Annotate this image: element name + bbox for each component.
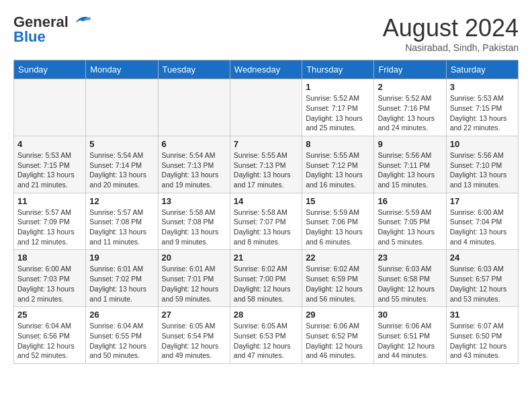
day-cell-10: 10Sunrise: 5:56 AMSunset: 7:10 PMDayligh… [446,136,518,193]
logo-blue: Blue [13,28,46,46]
day-cell-3: 3Sunrise: 5:53 AMSunset: 7:15 PMDaylight… [446,79,518,136]
day-cell-6: 6Sunrise: 5:54 AMSunset: 7:13 PMDaylight… [158,136,230,193]
day-info: Sunrise: 5:57 AMSunset: 7:09 PMDaylight:… [17,208,82,247]
day-info: Sunrise: 6:06 AMSunset: 6:51 PMDaylight:… [378,321,442,361]
title-area: August 2024 Nasirabad, Sindh, Pakistan [383,13,519,53]
weekday-header-saturday: Saturday [446,60,518,79]
day-number: 4 [17,139,82,149]
day-cell-17: 17Sunrise: 6:00 AMSunset: 7:04 PMDayligh… [446,193,518,250]
logo-bird-icon [70,13,91,28]
day-info: Sunrise: 5:55 AMSunset: 7:13 PMDaylight:… [234,150,298,190]
day-cell-19: 19Sunrise: 6:01 AMSunset: 7:02 PMDayligh… [86,250,158,307]
day-info: Sunrise: 5:58 AMSunset: 7:07 PMDaylight:… [234,208,298,247]
logo: General Blue [13,13,91,46]
day-info: Sunrise: 6:03 AMSunset: 6:57 PMDaylight:… [450,264,515,304]
day-number: 24 [450,253,515,263]
day-number: 17 [450,196,515,206]
day-info: Sunrise: 6:01 AMSunset: 7:02 PMDaylight:… [89,264,154,304]
weekday-header-friday: Friday [374,60,446,79]
day-cell-18: 18Sunrise: 6:00 AMSunset: 7:03 PMDayligh… [14,250,86,307]
day-number: 30 [378,310,442,320]
day-cell-24: 24Sunrise: 6:03 AMSunset: 6:57 PMDayligh… [446,250,518,307]
day-info: Sunrise: 6:05 AMSunset: 6:54 PMDaylight:… [162,321,226,361]
day-info: Sunrise: 6:04 AMSunset: 6:56 PMDaylight:… [17,321,82,361]
day-info: Sunrise: 5:56 AMSunset: 7:11 PMDaylight:… [378,150,442,190]
day-cell-28: 28Sunrise: 6:05 AMSunset: 6:53 PMDayligh… [230,307,302,364]
day-cell-20: 20Sunrise: 6:01 AMSunset: 7:01 PMDayligh… [158,250,230,307]
day-cell-31: 31Sunrise: 6:07 AMSunset: 6:50 PMDayligh… [446,307,518,364]
empty-cell [14,79,86,136]
day-number: 19 [89,253,154,263]
day-number: 9 [378,139,442,149]
day-cell-4: 4Sunrise: 5:53 AMSunset: 7:15 PMDaylight… [14,136,86,193]
day-info: Sunrise: 6:05 AMSunset: 6:53 PMDaylight:… [234,321,298,361]
day-number: 11 [17,196,82,206]
day-number: 15 [306,196,370,206]
day-number: 1 [306,82,370,92]
day-number: 20 [162,253,226,263]
day-info: Sunrise: 5:55 AMSunset: 7:12 PMDaylight:… [306,150,370,190]
day-cell-1: 1Sunrise: 5:52 AMSunset: 7:17 PMDaylight… [302,79,374,136]
day-cell-9: 9Sunrise: 5:56 AMSunset: 7:11 PMDaylight… [374,136,446,193]
day-cell-15: 15Sunrise: 5:59 AMSunset: 7:06 PMDayligh… [302,193,374,250]
weekday-header-thursday: Thursday [302,60,374,79]
day-info: Sunrise: 5:53 AMSunset: 7:15 PMDaylight:… [450,93,515,133]
week-row-5: 25Sunrise: 6:04 AMSunset: 6:56 PMDayligh… [14,307,519,364]
day-cell-26: 26Sunrise: 6:04 AMSunset: 6:55 PMDayligh… [86,307,158,364]
day-cell-30: 30Sunrise: 6:06 AMSunset: 6:51 PMDayligh… [374,307,446,364]
day-info: Sunrise: 6:07 AMSunset: 6:50 PMDaylight:… [450,321,515,361]
day-info: Sunrise: 6:02 AMSunset: 7:00 PMDaylight:… [234,264,298,304]
week-row-4: 18Sunrise: 6:00 AMSunset: 7:03 PMDayligh… [14,250,519,307]
day-info: Sunrise: 5:58 AMSunset: 7:08 PMDaylight:… [162,208,226,247]
empty-cell [158,79,230,136]
day-cell-21: 21Sunrise: 6:02 AMSunset: 7:00 PMDayligh… [230,250,302,307]
day-cell-16: 16Sunrise: 5:59 AMSunset: 7:05 PMDayligh… [374,193,446,250]
day-number: 21 [234,253,298,263]
day-cell-23: 23Sunrise: 6:03 AMSunset: 6:58 PMDayligh… [374,250,446,307]
day-info: Sunrise: 5:52 AMSunset: 7:17 PMDaylight:… [306,93,370,133]
empty-cell [230,79,302,136]
weekday-header-monday: Monday [86,60,158,79]
day-number: 22 [306,253,370,263]
day-cell-8: 8Sunrise: 5:55 AMSunset: 7:12 PMDaylight… [302,136,374,193]
location: Nasirabad, Sindh, Pakistan [383,42,519,53]
day-number: 2 [378,82,442,92]
day-info: Sunrise: 6:01 AMSunset: 7:01 PMDaylight:… [162,264,226,304]
day-info: Sunrise: 6:06 AMSunset: 6:52 PMDaylight:… [306,321,370,361]
day-info: Sunrise: 6:02 AMSunset: 6:59 PMDaylight:… [306,264,370,304]
day-cell-5: 5Sunrise: 5:54 AMSunset: 7:14 PMDaylight… [86,136,158,193]
day-info: Sunrise: 5:59 AMSunset: 7:05 PMDaylight:… [378,208,442,247]
day-number: 25 [17,310,82,320]
day-number: 13 [162,196,226,206]
empty-cell [86,79,158,136]
day-info: Sunrise: 5:57 AMSunset: 7:08 PMDaylight:… [89,208,154,247]
day-cell-2: 2Sunrise: 5:52 AMSunset: 7:16 PMDaylight… [374,79,446,136]
day-number: 3 [450,82,515,92]
day-number: 31 [450,310,515,320]
day-number: 29 [306,310,370,320]
day-cell-11: 11Sunrise: 5:57 AMSunset: 7:09 PMDayligh… [14,193,86,250]
day-number: 10 [450,139,515,149]
week-row-3: 11Sunrise: 5:57 AMSunset: 7:09 PMDayligh… [14,193,519,250]
month-title: August 2024 [383,13,519,42]
day-number: 27 [162,310,226,320]
day-cell-13: 13Sunrise: 5:58 AMSunset: 7:08 PMDayligh… [158,193,230,250]
day-cell-27: 27Sunrise: 6:05 AMSunset: 6:54 PMDayligh… [158,307,230,364]
weekday-header-row: SundayMondayTuesdayWednesdayThursdayFrid… [14,60,519,79]
day-info: Sunrise: 6:03 AMSunset: 6:58 PMDaylight:… [378,264,442,304]
day-cell-25: 25Sunrise: 6:04 AMSunset: 6:56 PMDayligh… [14,307,86,364]
week-row-2: 4Sunrise: 5:53 AMSunset: 7:15 PMDaylight… [14,136,519,193]
weekday-header-tuesday: Tuesday [158,60,230,79]
day-info: Sunrise: 5:56 AMSunset: 7:10 PMDaylight:… [450,150,515,190]
day-number: 6 [162,139,226,149]
weekday-header-sunday: Sunday [14,60,86,79]
page-header: General Blue August 2024 Nasirabad, Sind… [13,13,519,53]
day-number: 28 [234,310,298,320]
day-cell-29: 29Sunrise: 6:06 AMSunset: 6:52 PMDayligh… [302,307,374,364]
day-cell-14: 14Sunrise: 5:58 AMSunset: 7:07 PMDayligh… [230,193,302,250]
calendar-table: SundayMondayTuesdayWednesdayThursdayFrid… [13,60,519,364]
day-number: 12 [89,196,154,206]
weekday-header-wednesday: Wednesday [230,60,302,79]
day-info: Sunrise: 5:52 AMSunset: 7:16 PMDaylight:… [378,93,442,133]
day-info: Sunrise: 5:59 AMSunset: 7:06 PMDaylight:… [306,208,370,247]
